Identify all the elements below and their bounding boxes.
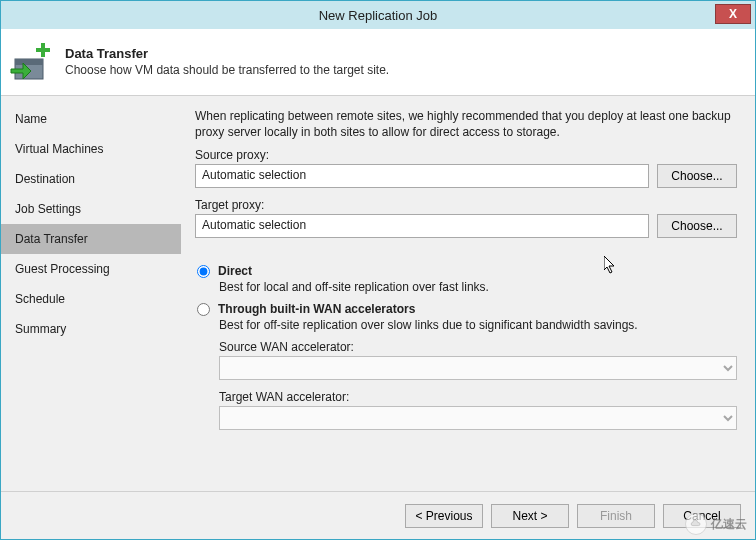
sidebar: Name Virtual Machines Destination Job Se… xyxy=(1,96,181,491)
close-button[interactable]: X xyxy=(715,4,751,24)
titlebar: New Replication Job X xyxy=(1,1,755,29)
source-proxy-label: Source proxy: xyxy=(195,148,737,162)
target-proxy-choose-button[interactable]: Choose... xyxy=(657,214,737,238)
sidebar-item-job-settings[interactable]: Job Settings xyxy=(1,194,181,224)
radio-wan-label: Through built-in WAN accelerators xyxy=(218,302,415,316)
content-pane: When replicating between remote sites, w… xyxy=(181,96,755,491)
header-title: Data Transfer xyxy=(65,46,389,61)
sidebar-item-name[interactable]: Name xyxy=(1,104,181,134)
previous-button[interactable]: < Previous xyxy=(405,504,483,528)
radio-wan-desc: Best for off-site replication over slow … xyxy=(219,318,737,332)
window-title: New Replication Job xyxy=(1,8,755,23)
wizard-header: Data Transfer Choose how VM data should … xyxy=(1,29,755,96)
sidebar-item-guest-processing[interactable]: Guest Processing xyxy=(1,254,181,284)
header-subtitle: Choose how VM data should be transferred… xyxy=(65,63,389,77)
wan-accelerator-block: Source WAN accelerator: Target WAN accel… xyxy=(219,340,737,436)
wizard-body: Name Virtual Machines Destination Job Se… xyxy=(1,96,755,491)
radio-direct[interactable] xyxy=(197,265,210,278)
svg-rect-1 xyxy=(15,59,43,65)
target-proxy-field: Automatic selection xyxy=(195,214,649,238)
svg-rect-3 xyxy=(36,48,50,52)
dialog-window: New Replication Job X Data Transfer Choo… xyxy=(0,0,756,540)
sidebar-item-schedule[interactable]: Schedule xyxy=(1,284,181,314)
radio-direct-label: Direct xyxy=(218,264,252,278)
finish-button: Finish xyxy=(577,504,655,528)
source-proxy-field: Automatic selection xyxy=(195,164,649,188)
watermark-text: 亿速云 xyxy=(711,516,747,533)
wizard-icon xyxy=(9,37,57,85)
source-proxy-choose-button[interactable]: Choose... xyxy=(657,164,737,188)
radio-wan[interactable] xyxy=(197,303,210,316)
source-wan-label: Source WAN accelerator: xyxy=(219,340,737,354)
target-proxy-label: Target proxy: xyxy=(195,198,737,212)
sidebar-item-summary[interactable]: Summary xyxy=(1,314,181,344)
source-wan-select[interactable] xyxy=(219,356,737,380)
watermark-icon xyxy=(685,513,707,535)
transfer-mode-group: Direct Best for local and off-site repli… xyxy=(195,264,737,436)
close-icon: X xyxy=(729,7,737,21)
target-wan-select[interactable] xyxy=(219,406,737,430)
sidebar-item-destination[interactable]: Destination xyxy=(1,164,181,194)
sidebar-item-virtual-machines[interactable]: Virtual Machines xyxy=(1,134,181,164)
watermark: 亿速云 xyxy=(685,513,747,535)
wizard-header-text: Data Transfer Choose how VM data should … xyxy=(65,46,389,77)
radio-direct-desc: Best for local and off-site replication … xyxy=(219,280,737,294)
sidebar-item-data-transfer[interactable]: Data Transfer xyxy=(1,224,181,254)
footer: < Previous Next > Finish Cancel 亿速云 xyxy=(1,491,755,539)
next-button[interactable]: Next > xyxy=(491,504,569,528)
intro-text: When replicating between remote sites, w… xyxy=(195,108,737,140)
target-wan-label: Target WAN accelerator: xyxy=(219,390,737,404)
